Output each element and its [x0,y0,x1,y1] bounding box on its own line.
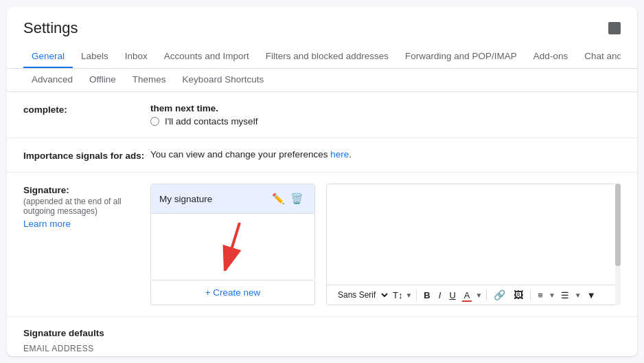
complete-label: complete: [23,103,150,115]
tab-addons[interactable]: Add-ons [525,45,576,68]
chevron-down-icon-font: ▼ [405,292,412,299]
settings-title-row: Settings [23,19,621,37]
chevron-down-icon-align: ▼ [549,292,555,299]
toolbar-sep-1 [416,289,417,300]
font-size-icon: T↕ [393,290,402,300]
importance-text-end: . [349,149,352,160]
signature-list-panel: My signature ✏️ 🗑️ [150,184,315,305]
signature-list: My signature ✏️ 🗑️ [150,184,315,280]
importance-link[interactable]: here [330,149,349,160]
complete-content: them next time. I'll add contacts myself [150,103,621,126]
more-options-button[interactable]: ▼ [584,289,599,302]
tab-forwarding[interactable]: Forwarding and POP/IMAP [397,45,525,68]
tab-accounts-import[interactable]: Accounts and Import [156,45,257,68]
italic-button[interactable]: I [436,289,444,302]
signature-label: Signature: (appended at the end of all o… [23,184,150,229]
scrollbar-thumb[interactable] [615,184,621,266]
delete-signature-button[interactable]: 🗑️ [288,191,306,206]
link-button[interactable]: 🔗 [491,288,508,302]
settings-content: complete: them next time. I'll add conta… [7,92,637,356]
complete-row: complete: them next time. I'll add conta… [7,92,637,138]
list-button[interactable]: ☰ [558,289,572,302]
signature-learn-more[interactable]: Learn more [23,219,150,229]
chevron-down-icon-list: ▼ [575,292,582,299]
signature-sublabel: (appended at the end of all outgoing mes… [23,197,150,216]
svg-line-1 [228,223,240,261]
signature-name: My signature [159,194,269,204]
primary-tabs: General Labels Inbox Accounts and Import… [23,45,621,68]
secondary-tabs: Advanced Offline Themes Keyboard Shortcu… [7,69,637,92]
signature-preview [151,214,314,280]
subtab-keyboard-shortcuts[interactable]: Keyboard Shortcuts [174,69,273,92]
complete-bold-text: them next time. [150,103,621,113]
create-new-button[interactable]: + Create new [150,280,315,305]
sig-defaults-section: Signature defaults EMAIL ADDRESS [7,317,637,356]
tab-filters[interactable]: Filters and blocked addresses [257,45,397,68]
add-contacts-radio-option: I'll add contacts myself [150,116,621,126]
signature-editor-area: My signature ✏️ 🗑️ [150,184,621,305]
grid-icon [608,22,621,34]
subtab-advanced[interactable]: Advanced [23,69,81,92]
settings-panel: Settings General Labels Inbox Accounts a… [7,7,637,356]
edit-signature-button[interactable]: ✏️ [269,191,288,206]
scrollbar-track [615,184,621,305]
signature-editor-content[interactable] [327,184,620,285]
importance-row: Importance signals for ads: You can view… [7,138,637,173]
align-button[interactable]: ≡ [535,289,546,302]
signature-row: Signature: (appended at the end of all o… [7,173,637,317]
add-contacts-radio[interactable] [150,117,159,126]
add-contacts-label: I'll add contacts myself [165,116,257,126]
underline-button[interactable]: U [446,289,458,302]
settings-header: Settings General Labels Inbox Accounts a… [7,7,637,69]
sig-defaults-subtitle: EMAIL ADDRESS [23,344,621,353]
toolbar-sep-3 [530,289,531,300]
subtab-themes[interactable]: Themes [124,69,174,92]
signature-panels: My signature ✏️ 🗑️ [150,184,621,305]
importance-label: Importance signals for ads: [23,149,150,161]
toolbar-sep-2 [486,289,487,300]
tab-general[interactable]: General [23,45,73,68]
tab-labels[interactable]: Labels [73,45,117,68]
red-arrow-icon [209,219,257,271]
signature-editor-panel: Sans Serif T↕ ▼ B I U A ▼ 🔗 [326,184,621,305]
importance-text: You can view and change your preferences [150,149,330,160]
subtab-offline[interactable]: Offline [81,69,124,92]
settings-title-text: Settings [23,19,78,37]
image-button[interactable]: 🖼 [511,288,526,302]
arrow-area [159,219,306,274]
bold-button[interactable]: B [421,289,433,302]
font-family-select[interactable]: Sans Serif [332,288,390,302]
tab-inbox[interactable]: Inbox [117,45,156,68]
signature-toolbar: Sans Serif T↕ ▼ B I U A ▼ 🔗 [327,285,620,305]
font-color-button[interactable]: A [461,289,473,302]
tab-chat[interactable]: Chat and Meet [576,45,621,68]
importance-content: You can view and change your preferences… [150,149,621,160]
chevron-down-icon-color: ▼ [475,292,482,299]
sig-defaults-title: Signature defaults [23,328,621,338]
signature-list-item[interactable]: My signature ✏️ 🗑️ [151,184,314,214]
